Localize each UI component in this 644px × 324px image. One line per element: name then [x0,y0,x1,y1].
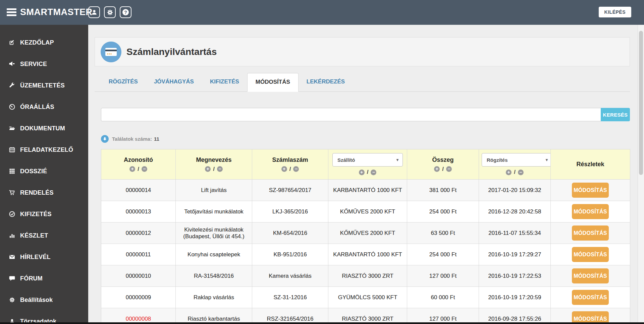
sidebar-item-beallitasok[interactable]: Beállítások [0,289,88,311]
sort-asc-icon[interactable]: + [205,166,211,172]
sort-desc-icon[interactable]: − [142,166,147,172]
sort-asc-icon[interactable]: + [129,166,135,172]
row-supplier: KARBANTARTÓ 1000 KFT [328,180,407,201]
modify-button[interactable]: MÓDOSÍTÁS [572,225,609,241]
row-id: 00000012 [126,230,151,236]
modify-button[interactable]: MÓDOSÍTÁS [572,183,609,198]
row-id: 00000009 [126,294,151,301]
sidebar-item-hirlevel[interactable]: HÍRLEVÉL [0,246,88,268]
tab-modositas[interactable]: MÓDOSÍTÁS [247,73,299,92]
sidebar-item-kifizetes[interactable]: KIFIZETÉS [0,203,88,225]
supplier-filter-select[interactable]: Szállító ▾ [332,153,403,167]
column-header-azonosito: Azonosító +/− [101,149,176,180]
sidebar-item-uzemeltetes[interactable]: ÜZEMELTETÉS [0,75,88,96]
modify-button[interactable]: MÓDOSÍTÁS [572,247,609,262]
sort-desc-icon[interactable]: − [446,166,452,172]
sort-desc-icon[interactable]: − [518,170,524,175]
chevron-down-icon: ▾ [546,157,548,162]
table-header-row: Azonosító +/− Megnevezés +/− Számlaszám … [101,149,630,180]
search-input[interactable] [101,108,601,121]
sidebar: KEZDŐLAP SERVICE ÜZEMELTETÉS ÓRAÁLLÁS DO… [0,25,88,324]
table-row: 00000009 Raklap vásárlás SZ-31-12016 GYÜ… [101,287,630,308]
sidebar-item-oraallas[interactable]: ÓRAÁLLÁS [0,96,88,118]
check-circle-icon [8,210,16,218]
sidebar-item-rendeles[interactable]: RENDELÉS [0,182,88,203]
row-amount: 254 000 Ft [407,201,479,222]
table-row: 00000011 Konyhai csaptelepek KB-951/2016… [101,244,630,265]
row-supplier: RIASZTÓ 3000 ZRT [328,265,407,287]
scrollbar-thumb[interactable] [639,31,643,175]
sort-asc-icon[interactable]: + [281,166,287,172]
settings-button[interactable] [104,6,116,18]
table-row: 00000010 RA-31548/2016 Kamera vásárlás R… [101,265,630,287]
tab-jovahagyas[interactable]: JÓVÁHAGYÁS [146,73,202,91]
table-row: 00000008 Riasztó karbantartás RSZ-321654… [101,308,630,324]
row-amount: 127 000 Ft [407,308,479,324]
sort-asc-icon[interactable]: + [359,170,365,175]
envelope-icon [8,253,16,261]
megaphone-icon [8,60,16,68]
question-icon: ? [122,9,129,15]
scrollbar[interactable] [638,25,644,324]
grid-icon [8,168,16,175]
sidebar-item-service[interactable]: SERVICE [0,53,88,75]
row-name: RA-31548/2016 [176,265,252,287]
column-header-rogzites: Rögzítés ▾ +/− [479,149,551,180]
sort-desc-icon[interactable]: − [371,170,376,175]
sidebar-item-dokumentum[interactable]: DOKUMENTUM [0,118,88,139]
logout-button[interactable]: KILÉPÉS [599,7,631,17]
help-button[interactable]: ? [120,6,131,18]
modify-button[interactable]: MÓDOSÍTÁS [572,268,609,283]
calendar-icon [8,146,16,153]
row-id: 00000008 [126,316,151,322]
table-row: 00000013 Tetőjavítási munkálatok LKJ-365… [101,201,630,222]
row-supplier: KARBANTARTÓ 1000 KFT [328,244,407,265]
modify-button[interactable]: MÓDOSÍTÁS [572,204,609,219]
row-invoice: KM-654/2016 [252,222,328,244]
hamburger-menu-icon[interactable] [7,8,16,16]
row-invoice: Kamera vásárlás [252,265,328,287]
sidebar-item-dosszie[interactable]: DOSSZIÉ [0,160,88,182]
row-amount: 381 000 Ft [407,180,479,201]
topbar-icon-group: ? [88,6,131,18]
row-recorded: 2016-09-28 17:55:26 [479,308,551,324]
tab-lekerdezes[interactable]: LEKÉRDEZÉS [299,73,353,91]
search-button[interactable]: KERESÉS [601,108,630,121]
chevron-down-icon: ▾ [396,157,398,162]
sidebar-item-torzsadatok[interactable]: Törzsadatok [0,311,88,324]
row-invoice: SZ-987654/2017 [252,180,328,201]
title-panel: Számlanyilvántartás [95,37,630,66]
sort-asc-icon[interactable]: + [506,170,512,175]
row-id: 00000014 [126,187,151,193]
gauge-icon [8,103,16,111]
modify-button[interactable]: MÓDOSÍTÁS [572,290,609,305]
sort-desc-icon[interactable]: − [293,166,299,172]
sidebar-item-kezdolap[interactable]: KEZDŐLAP [0,32,88,53]
tab-rogzites[interactable]: RÖGZÍTÉS [101,73,146,91]
row-amount: 127 000 Ft [407,265,479,287]
row-invoice: KB-951/2016 [252,244,328,265]
sidebar-item-keszlet[interactable]: KÉSZLET [0,225,88,246]
page-title: Számlanyilvántartás [126,47,217,57]
row-name: Tetőjavítási munkálatok [176,201,252,222]
invoice-table: Azonosító +/− Megnevezés +/− Számlaszám … [101,149,630,324]
row-name: Riasztó karbantartás [176,308,252,324]
sidebar-item-forum[interactable]: FÓRUM [0,268,88,289]
sidebar-item-feladatkezelo[interactable]: FELADATKEZELŐ [0,139,88,160]
row-recorded: 2016-11-07 15:55:34 [479,222,551,244]
user-button[interactable] [88,6,100,18]
recorded-filter-select[interactable]: Rögzítés ▾ [482,153,552,167]
row-name: Lift javítás [176,180,252,201]
folder-open-icon [8,125,16,132]
row-recorded: 2016-10-19 17:22:53 [479,265,551,287]
column-header-osszeg: Összeg +/− [407,149,479,180]
tab-kifizetes[interactable]: KIFIZETÉS [202,73,247,91]
sort-desc-icon[interactable]: − [217,166,223,172]
sort-asc-icon[interactable]: + [434,166,440,172]
row-recorded: 2016-10-19 17:29:27 [479,244,551,265]
row-amount: 60 000 Ft [407,287,479,308]
invoice-table-body: 00000014 Lift javítás SZ-987654/2017 KAR… [101,180,630,324]
app-brand: SMARTMASTER [20,7,93,17]
table-row: 00000012 Kivitelezési munkálatok (Budape… [101,222,630,244]
row-name: Konyhai csaptelepek [176,244,252,265]
